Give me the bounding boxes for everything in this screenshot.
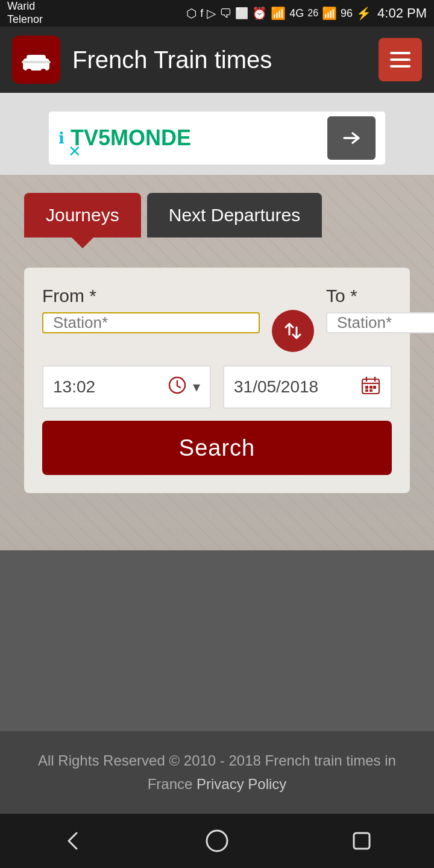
calendar-icon — [360, 375, 381, 400]
wifi-icon: 📶 — [271, 6, 286, 20]
main-content: Journeys Next Departures From * To * — [0, 175, 434, 550]
swap-stations-button[interactable] — [272, 310, 314, 352]
search-button[interactable]: Search — [42, 421, 392, 475]
svg-rect-10 — [365, 389, 368, 392]
bottom-navigation — [0, 814, 434, 868]
ad-close-button[interactable]: ✕ — [68, 142, 81, 161]
svg-rect-9 — [373, 386, 376, 389]
from-group: From * — [42, 286, 260, 333]
date-input-wrapper[interactable]: 31/05/2018 — [223, 365, 392, 409]
date-value: 31/05/2018 — [234, 377, 354, 397]
time-dropdown-arrow[interactable]: ▾ — [193, 379, 200, 395]
fb-icon: f — [200, 7, 203, 20]
back-button[interactable] — [48, 817, 96, 865]
carrier1: Warid — [7, 0, 43, 13]
time-value: 13:02 — [53, 377, 162, 397]
svg-point-2 — [26, 69, 32, 75]
hamburger-icon — [390, 52, 410, 68]
grey-spacer — [0, 550, 434, 731]
alarm-icon: ⏰ — [252, 6, 267, 20]
media-icon: ▷ — [207, 6, 216, 20]
app-title: French Train times — [72, 46, 379, 74]
recents-button[interactable] — [338, 817, 386, 865]
to-label: To * — [326, 286, 434, 306]
ad-arrow-button[interactable] — [327, 116, 376, 160]
svg-rect-13 — [354, 833, 370, 849]
usb-icon: ⬡ — [186, 6, 197, 20]
svg-point-3 — [40, 69, 46, 75]
tab-next-departures[interactable]: Next Departures — [147, 193, 322, 237]
svg-point-12 — [207, 831, 227, 851]
from-label: From * — [42, 286, 260, 306]
privacy-policy-link[interactable]: Privacy Policy — [197, 776, 286, 792]
search-form: From * To * 13:02 — [24, 268, 410, 493]
time-input-wrapper[interactable]: 13:02 ▾ — [42, 365, 211, 409]
signal3-icon: 📶 — [322, 6, 337, 20]
menu-button[interactable] — [379, 38, 422, 81]
svg-rect-7 — [365, 386, 368, 389]
ad-info-icon: ℹ — [58, 129, 64, 148]
svg-rect-4 — [22, 61, 51, 63]
top-navigation: French Train times — [0, 27, 434, 93]
charging-icon: ⚡ — [356, 6, 371, 20]
ad-brand-text: TV5MONDE — [71, 125, 327, 151]
station-row: From * To * — [42, 286, 392, 353]
status-bar: Warid Telenor ⬡ f ▷ 🗨 ⬜ ⏰ 📶 4G 26 📶 96 ⚡… — [0, 0, 434, 27]
tab-bar: Journeys Next Departures — [24, 193, 410, 237]
messenger-icon: 🗨 — [219, 7, 231, 20]
svg-rect-1 — [27, 55, 46, 61]
signal2-icon: 26 — [307, 8, 318, 19]
app-logo — [12, 36, 60, 84]
from-station-input[interactable] — [42, 312, 260, 333]
ad-banner: ℹ TV5MONDE ✕ — [48, 111, 386, 165]
to-group: To * — [326, 286, 434, 333]
battery-level: 96 — [341, 7, 353, 20]
battery-icon: ⬜ — [235, 7, 248, 20]
clock-icon — [168, 376, 187, 399]
carrier2: Telenor — [7, 13, 43, 27]
signal-icon: 4G — [289, 7, 304, 20]
time-date-row: 13:02 ▾ 31/05/2018 — [42, 365, 392, 409]
footer: All Rights Reserved © 2010 - 2018 French… — [0, 731, 434, 814]
to-station-input[interactable] — [326, 312, 434, 333]
carrier-info: Warid Telenor — [7, 0, 43, 26]
status-icons: ⬡ f ▷ 🗨 ⬜ ⏰ 📶 4G 26 📶 96 ⚡ 4:02 PM — [186, 5, 427, 21]
svg-rect-8 — [370, 386, 373, 389]
tab-journeys[interactable]: Journeys — [24, 193, 141, 237]
home-button[interactable] — [193, 817, 241, 865]
svg-rect-11 — [370, 389, 373, 392]
time-display: 4:02 PM — [377, 5, 427, 21]
